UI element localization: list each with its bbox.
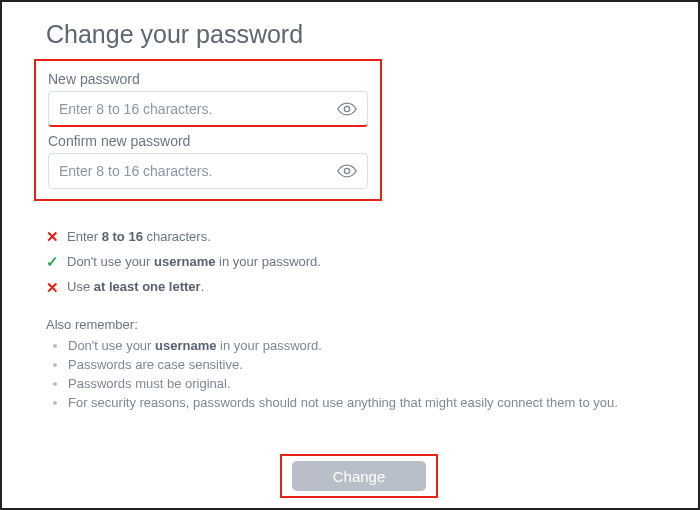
check-icon: ✓	[46, 250, 59, 273]
x-icon: ✕	[46, 225, 59, 248]
list-item: Don't use your username in your password…	[68, 338, 654, 353]
new-password-input-wrap	[48, 91, 368, 127]
also-remember-title: Also remember:	[46, 317, 654, 332]
new-password-input[interactable]	[49, 101, 337, 117]
new-password-label: New password	[48, 71, 368, 87]
validation-rules: ✕ Enter 8 to 16 characters. ✓ Don't use …	[46, 225, 654, 299]
list-item: Passwords must be original.	[68, 376, 654, 391]
svg-point-1	[344, 168, 349, 173]
x-icon: ✕	[46, 276, 59, 299]
svg-point-0	[344, 106, 349, 111]
remember-list: Don't use your username in your password…	[46, 338, 654, 410]
change-button[interactable]: Change	[292, 461, 426, 491]
confirm-password-input-wrap	[48, 153, 368, 189]
password-fields-region: New password Confirm new password	[34, 59, 382, 201]
confirm-password-input[interactable]	[49, 163, 337, 179]
list-item: Passwords are case sensitive.	[68, 357, 654, 372]
rule-letter: ✕ Use at least one letter.	[46, 276, 654, 299]
eye-icon[interactable]	[337, 102, 367, 116]
submit-button-region: Change	[280, 454, 438, 498]
list-item: For security reasons, passwords should n…	[68, 395, 654, 410]
eye-icon[interactable]	[337, 164, 367, 178]
page-title: Change your password	[46, 20, 654, 49]
rule-length: ✕ Enter 8 to 16 characters.	[46, 225, 654, 248]
confirm-password-label: Confirm new password	[48, 133, 368, 149]
rule-username: ✓ Don't use your username in your passwo…	[46, 250, 654, 273]
